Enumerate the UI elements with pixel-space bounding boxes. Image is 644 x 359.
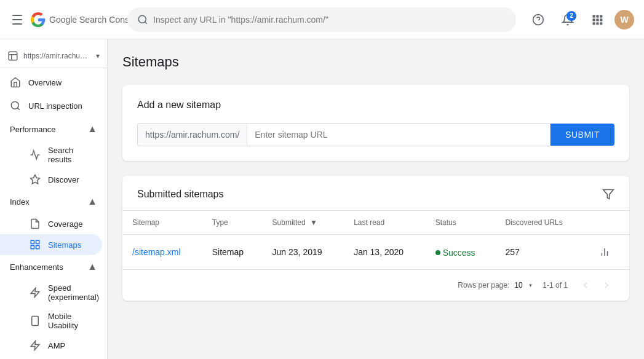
- rows-per-page-container: Rows per page: 10 25 50: [458, 281, 533, 290]
- sitemap-url-input[interactable]: [247, 123, 551, 146]
- sidebar-item-label: Coverage: [48, 219, 82, 229]
- last-read-cell: Jan 13, 2020: [344, 235, 426, 270]
- table-header-row: Sitemap Type Submitted ▼ Last read: [122, 211, 629, 235]
- avatar[interactable]: W: [614, 10, 634, 30]
- svg-rect-12: [600, 22, 602, 25]
- svg-point-0: [138, 15, 146, 23]
- sidebar-item-label: Search results: [48, 146, 92, 164]
- type-cell: Sitemap: [202, 235, 263, 270]
- chevron-up-icon: ▲: [87, 124, 97, 135]
- content-area: Sitemaps Add a new sitemap https://amir.…: [108, 39, 644, 359]
- submitted-sitemaps-card: Submitted sitemaps Sitemap Type: [122, 176, 629, 301]
- notifications-button[interactable]: 2: [555, 7, 580, 32]
- bar-chart-icon: [599, 247, 610, 258]
- chart-button[interactable]: [596, 243, 613, 261]
- page-title: Sitemaps: [122, 54, 629, 70]
- sidebar-item-label: AMP: [48, 341, 65, 350]
- col-status: Status: [426, 211, 496, 235]
- domain-icon: [7, 50, 18, 61]
- filter-icon[interactable]: [602, 188, 614, 200]
- add-sitemap-title: Add a new sitemap: [137, 100, 614, 111]
- google-logo-icon: [30, 11, 47, 28]
- svg-line-1: [145, 22, 146, 23]
- section-label: Performance: [10, 125, 55, 134]
- domain-chevron-icon: ▾: [96, 52, 100, 60]
- col-sitemap: Sitemap: [122, 211, 202, 235]
- search-input[interactable]: [153, 15, 506, 25]
- table-row: /sitemap.xml Sitemap Jun 23, 2019 Jan 13…: [122, 235, 629, 270]
- submitted-cell: Jun 23, 2019: [263, 235, 344, 270]
- chevron-up-icon: ▲: [87, 196, 97, 207]
- svg-rect-8: [596, 18, 598, 21]
- success-dot-icon: [435, 250, 440, 255]
- svg-rect-13: [9, 52, 17, 60]
- sidebar-item-label: URL inspection: [28, 101, 82, 111]
- sidebar-item-coverage[interactable]: Coverage: [0, 213, 102, 234]
- submitted-sitemaps-title: Submitted sitemaps: [137, 189, 224, 200]
- search-icon: [137, 14, 148, 25]
- sidebar-item-amp[interactable]: AMP: [0, 335, 102, 356]
- topbar: Google Search Console 2 W: [0, 0, 644, 39]
- help-button[interactable]: [526, 7, 551, 32]
- rows-per-page-label: Rows per page:: [458, 281, 509, 290]
- svg-rect-7: [593, 18, 595, 21]
- sidebar-section-enhancements[interactable]: Enhancements ▲: [0, 255, 107, 278]
- notification-badge: 2: [566, 11, 576, 21]
- sitemaps-icon: [30, 239, 41, 250]
- domain-text: https://amir.rachum.com/: [23, 52, 91, 60]
- domain-selector[interactable]: https://amir.rachum.com/ ▾: [0, 44, 107, 68]
- svg-marker-27: [603, 190, 614, 199]
- sort-arrow-icon: ▼: [310, 218, 317, 227]
- hamburger-icon: [10, 12, 25, 27]
- col-type: Type: [202, 211, 263, 235]
- chart-cell: [586, 235, 629, 270]
- svg-marker-24: [31, 341, 39, 350]
- col-discovered-urls: Discovered URLs: [495, 211, 586, 235]
- rows-per-page-select[interactable]: 10 25 50: [514, 281, 533, 290]
- sidebar-item-label: Mobile Usability: [48, 312, 92, 330]
- sidebar-item-breadcrumbs[interactable]: Breadcrumbs: [0, 356, 102, 359]
- submit-button[interactable]: SUBMIT: [551, 124, 614, 146]
- sidebar-item-discover[interactable]: Discover: [0, 169, 102, 190]
- logo-container: Google Search Console: [30, 11, 141, 28]
- mobile-icon: [30, 315, 41, 326]
- home-icon: [10, 77, 21, 88]
- sidebar-item-search-results[interactable]: Search results: [0, 141, 102, 169]
- chevron-up-icon: ▲: [87, 261, 97, 272]
- svg-rect-4: [593, 15, 595, 17]
- sidebar-item-sitemaps[interactable]: Sitemaps: [0, 234, 102, 255]
- svg-rect-18: [36, 240, 39, 243]
- sidebar-item-url-inspection[interactable]: URL inspection: [0, 94, 102, 117]
- pagination-nav: [578, 277, 614, 293]
- section-label: Index: [10, 197, 30, 207]
- chevron-left-icon: [580, 280, 591, 291]
- chart-bar-icon: [30, 149, 41, 160]
- submitted-sitemaps-header: Submitted sitemaps: [122, 176, 629, 211]
- apps-button[interactable]: [585, 7, 610, 32]
- menu-button[interactable]: [10, 7, 25, 32]
- rows-select-wrapper[interactable]: 10 25 50: [514, 281, 533, 290]
- search-bar[interactable]: [127, 7, 516, 32]
- col-submitted[interactable]: Submitted ▼: [263, 211, 344, 235]
- status-badge: Success: [435, 248, 475, 258]
- discover-icon: [30, 174, 41, 185]
- sidebar-item-label: Sitemaps: [48, 240, 81, 250]
- prev-page-button[interactable]: [578, 277, 594, 293]
- coverage-icon: [30, 218, 41, 229]
- next-page-button[interactable]: [598, 277, 614, 293]
- page-info: 1-1 of 1: [543, 281, 568, 290]
- table-footer: Rows per page: 10 25 50 1-1 of 1: [122, 269, 629, 301]
- svg-rect-10: [593, 22, 595, 25]
- svg-line-15: [17, 108, 19, 109]
- svg-rect-19: [36, 246, 39, 249]
- sidebar-item-mobile-usability[interactable]: Mobile Usability: [0, 307, 102, 335]
- sidebar-section-index[interactable]: Index ▲: [0, 190, 107, 213]
- section-label: Enhancements: [10, 262, 63, 272]
- sidebar-item-speed[interactable]: Speed (experimental): [0, 278, 102, 307]
- apps-icon: [591, 14, 603, 26]
- help-icon: [532, 14, 544, 26]
- svg-point-14: [11, 101, 18, 109]
- sidebar-item-overview[interactable]: Overview: [0, 71, 102, 94]
- svg-rect-17: [31, 240, 34, 243]
- sidebar-section-performance[interactable]: Performance ▲: [0, 117, 107, 141]
